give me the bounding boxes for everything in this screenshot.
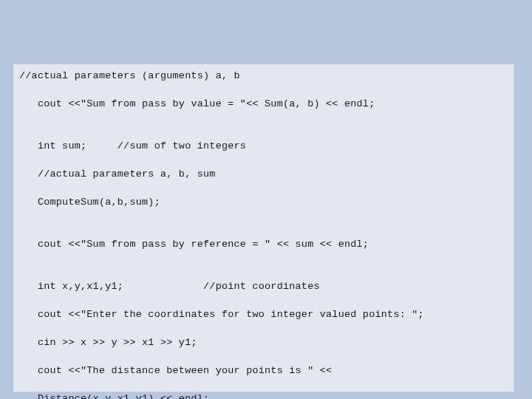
code-block: //actual parameters (arguments) a, b cou… bbox=[13, 64, 514, 399]
code-line: Distance(x,y,x1,y1) << endl; bbox=[19, 392, 508, 399]
code-line: cout <<"The distance between your points… bbox=[19, 364, 508, 378]
code-panel: //actual parameters (arguments) a, b cou… bbox=[13, 64, 514, 392]
code-line: cout <<"Enter the coordinates for two in… bbox=[19, 307, 508, 321]
code-line: cout <<"Sum from pass by reference = " <… bbox=[19, 237, 508, 251]
code-line: ComputeSum(a,b,sum); bbox=[19, 195, 508, 209]
code-line: int sum; //sum of two integers bbox=[19, 139, 508, 153]
code-line: //actual parameters (arguments) a, b bbox=[19, 69, 508, 83]
code-line: cout <<"Sum from pass by value = "<< Sum… bbox=[19, 97, 508, 111]
code-line: //actual parameters a, b, sum bbox=[19, 167, 508, 181]
code-line: cin >> x >> y >> x1 >> y1; bbox=[19, 335, 508, 349]
code-line: int x,y,x1,y1; //point coordinates bbox=[19, 279, 508, 293]
